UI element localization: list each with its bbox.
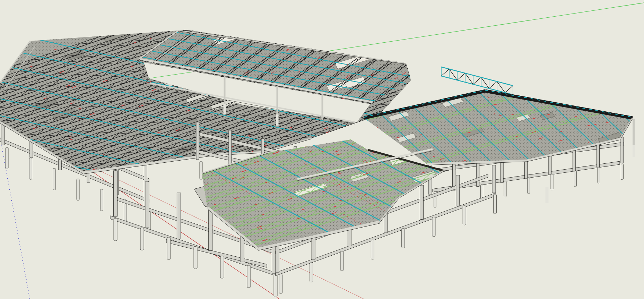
model-canvas[interactable] bbox=[0, 0, 644, 299]
3d-viewport[interactable] bbox=[0, 0, 644, 299]
